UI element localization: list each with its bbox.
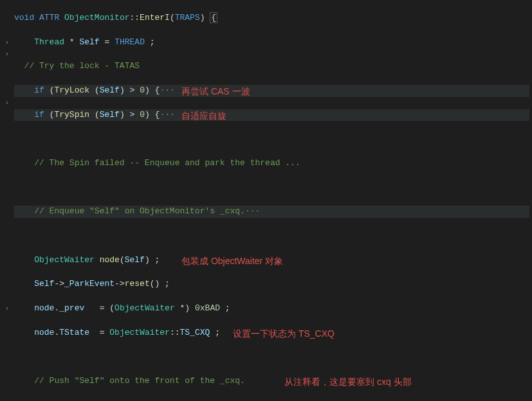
macro: ATTR: [39, 13, 59, 22]
fold-row: [0, 170, 14, 182]
fold-row: [0, 315, 14, 327]
macro: TRAPS: [175, 13, 200, 22]
fold-row: [0, 267, 14, 279]
annotation: 包装成 ObjectWaiter 对象: [181, 254, 283, 267]
type: Thread: [34, 37, 64, 47]
fold-row: [0, 12, 14, 24]
fold-row: [0, 109, 14, 121]
fold-row: [0, 73, 14, 85]
fold-row: [0, 218, 14, 230]
annotation: 从注释看，这是要塞到 cxq 头部: [284, 375, 412, 388]
comment: // The Spin failed -- Enqueue and park t…: [34, 158, 300, 168]
fold-marker-icon[interactable]: ›: [0, 48, 14, 60]
fold-row: [0, 0, 14, 12]
fold-row: [0, 254, 14, 267]
fold-gutter: › › › ›: [0, 0, 14, 401]
annotation: 再尝试 CAS 一波: [181, 85, 250, 98]
code-editor: › › › › void ATTR ObjectMonitor::EnterI(…: [0, 0, 532, 401]
fold-row: [0, 206, 14, 218]
keyword: void: [14, 13, 34, 22]
fold-marker-icon[interactable]: ›: [0, 37, 14, 49]
annotation: 自适应自旋: [181, 109, 226, 122]
keyword: if: [34, 85, 44, 95]
type: ObjectMonitor: [64, 13, 129, 22]
function-call: TryLock: [54, 85, 89, 95]
comment: // Push "Self" onto the front of the _cx…: [34, 376, 245, 386]
code-area[interactable]: void ATTR ObjectMonitor::EnterI(TRAPS) {…: [14, 0, 532, 401]
fold-row: [0, 290, 14, 303]
fold-row: [0, 242, 14, 254]
fold-row: [0, 194, 14, 206]
annotation: 设置一下状态为 TS_CXQ: [233, 327, 335, 340]
comment: // Try the lock - TATAS: [14, 61, 140, 71]
fold-row: [0, 85, 14, 97]
fold-row: [0, 133, 14, 145]
function-call: TrySpin: [54, 110, 89, 120]
fold-row: [0, 278, 14, 290]
fold-marker-icon[interactable]: ›: [0, 303, 14, 315]
fold-row: [0, 121, 14, 133]
fold-marker-icon[interactable]: ›: [0, 97, 14, 109]
function-name: EnterI: [140, 13, 170, 22]
fold-row: [0, 230, 14, 242]
keyword: if: [34, 110, 44, 120]
fold-row: [0, 145, 14, 157]
comment: // Enqueue "Self" on ObjectMonitor's _cx…: [34, 206, 245, 216]
fold-row: [0, 60, 14, 73]
variable: node: [100, 255, 120, 265]
fold-row: [0, 24, 14, 37]
variable: Self: [79, 37, 99, 47]
fold-row: [0, 182, 14, 194]
macro: THREAD: [115, 37, 145, 47]
type: ObjectWaiter: [34, 255, 95, 265]
fold-row: [0, 157, 14, 170]
